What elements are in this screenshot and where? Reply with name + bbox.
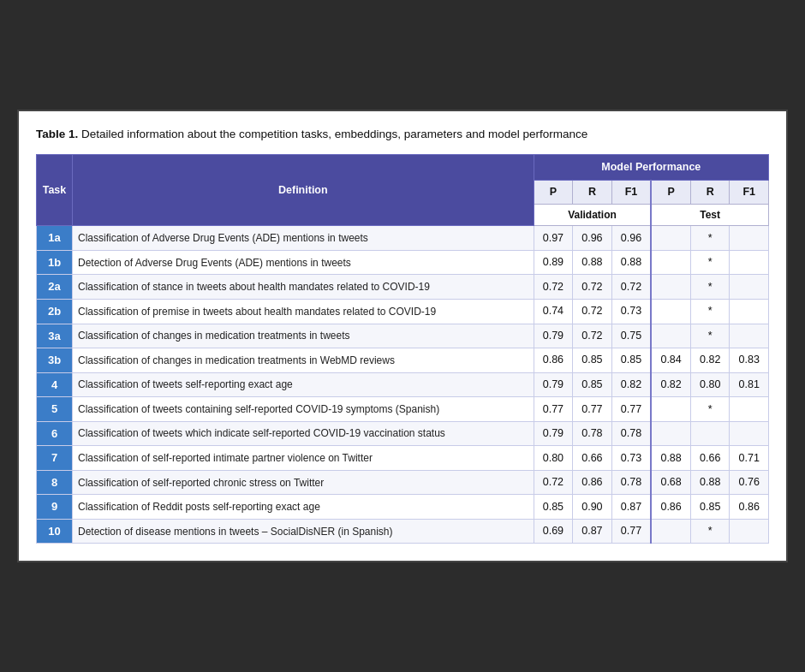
test-f1-cell xyxy=(730,324,769,348)
val-r-cell: 0.85 xyxy=(573,372,612,397)
val-f1-cell: 0.77 xyxy=(611,397,651,422)
definition-cell: Classification of tweets which indicate … xyxy=(73,421,534,446)
definition-cell: Classification of Reddit posts self-repo… xyxy=(73,495,534,520)
test-p-cell xyxy=(651,519,690,544)
test-r-cell: 0.85 xyxy=(690,495,730,520)
task-id-cell: 5 xyxy=(37,397,73,422)
task-id-cell: 3b xyxy=(37,348,73,373)
col-header-f1-2: F1 xyxy=(730,181,769,205)
definition-cell: Classification of premise in tweets abou… xyxy=(73,300,534,324)
test-p-cell xyxy=(651,421,690,446)
definition-cell: Classification of tweets containing self… xyxy=(73,397,534,422)
test-p-cell: 0.88 xyxy=(651,446,690,471)
test-r-cell: * xyxy=(690,519,730,544)
table-row: 2aClassification of stance in tweets abo… xyxy=(37,275,769,300)
test-f1-cell xyxy=(730,519,769,544)
task-id-cell: 7 xyxy=(37,446,73,471)
val-f1-cell: 0.77 xyxy=(611,519,651,544)
col-header-definition: Definition xyxy=(73,155,534,226)
val-p-cell: 0.85 xyxy=(534,495,573,520)
test-f1-cell: 0.83 xyxy=(730,348,769,373)
task-id-cell: 10 xyxy=(37,519,73,544)
test-p-cell xyxy=(651,226,690,251)
val-r-cell: 0.87 xyxy=(573,519,612,544)
test-p-cell: 0.68 xyxy=(651,470,690,495)
val-p-cell: 0.79 xyxy=(534,324,573,348)
val-p-cell: 0.86 xyxy=(534,348,573,373)
val-r-cell: 0.78 xyxy=(573,421,612,446)
test-r-cell: 0.66 xyxy=(690,446,730,471)
table-row: 7Classification of self-reported intimat… xyxy=(37,446,769,471)
val-r-cell: 0.90 xyxy=(573,495,612,520)
test-r-cell: * xyxy=(690,275,730,300)
val-r-cell: 0.66 xyxy=(573,446,612,471)
test-r-cell: 0.88 xyxy=(690,470,730,495)
val-f1-cell: 0.75 xyxy=(611,324,651,348)
col-header-validation: Validation xyxy=(534,205,651,226)
definition-cell: Classification of Adverse Drug Events (A… xyxy=(73,226,534,251)
test-p-cell xyxy=(651,300,690,324)
val-f1-cell: 0.82 xyxy=(611,372,651,397)
definition-cell: Classification of self-reported chronic … xyxy=(73,470,534,495)
test-r-cell: * xyxy=(690,397,730,422)
caption-rest: Detailed information about the competiti… xyxy=(78,128,587,140)
val-r-cell: 0.72 xyxy=(573,324,612,348)
test-r-cell: 0.80 xyxy=(690,372,730,397)
val-f1-cell: 0.78 xyxy=(611,421,651,446)
definition-cell: Classification of tweets self-reporting … xyxy=(73,372,534,397)
task-id-cell: 8 xyxy=(37,470,73,495)
task-id-cell: 6 xyxy=(37,421,73,446)
test-p-cell: 0.86 xyxy=(651,495,690,520)
val-p-cell: 0.72 xyxy=(534,470,573,495)
col-header-p1: P xyxy=(534,181,573,205)
test-f1-cell: 0.76 xyxy=(730,470,769,495)
val-r-cell: 0.86 xyxy=(573,470,612,495)
col-header-f1-1: F1 xyxy=(611,181,651,205)
test-r-cell xyxy=(690,421,730,446)
table-row: 10Detection of disease mentions in tweet… xyxy=(37,519,769,544)
val-p-cell: 0.77 xyxy=(534,397,573,422)
col-header-model-performance: Model Performance xyxy=(534,155,768,181)
main-card: Table 1. Detailed information about the … xyxy=(17,110,788,563)
col-header-r2: R xyxy=(690,181,730,205)
val-f1-cell: 0.73 xyxy=(611,300,651,324)
val-r-cell: 0.77 xyxy=(573,397,612,422)
test-f1-cell xyxy=(730,397,769,422)
definition-cell: Detection of disease mentions in tweets … xyxy=(73,519,534,544)
definition-cell: Classification of changes in medication … xyxy=(73,324,534,348)
definition-cell: Detection of Adverse Drug Events (ADE) m… xyxy=(73,250,534,275)
task-id-cell: 4 xyxy=(37,372,73,397)
val-r-cell: 0.85 xyxy=(573,348,612,373)
val-p-cell: 0.79 xyxy=(534,372,573,397)
val-p-cell: 0.80 xyxy=(534,446,573,471)
test-p-cell xyxy=(651,275,690,300)
test-r-cell: * xyxy=(690,226,730,251)
table-row: 5Classification of tweets containing sel… xyxy=(37,397,769,422)
col-header-p2: P xyxy=(651,181,690,205)
table-row: 3aClassification of changes in medicatio… xyxy=(37,324,769,348)
col-header-r1: R xyxy=(573,181,612,205)
test-f1-cell xyxy=(730,421,769,446)
val-p-cell: 0.97 xyxy=(534,226,573,251)
test-f1-cell: 0.86 xyxy=(730,495,769,520)
test-r-cell: * xyxy=(690,324,730,348)
test-f1-cell xyxy=(730,250,769,275)
table-row: 1aClassification of Adverse Drug Events … xyxy=(37,226,769,251)
test-p-cell: 0.82 xyxy=(651,372,690,397)
table-row: 2bClassification of premise in tweets ab… xyxy=(37,300,769,324)
test-f1-cell: 0.71 xyxy=(730,446,769,471)
test-r-cell: * xyxy=(690,300,730,324)
val-p-cell: 0.89 xyxy=(534,250,573,275)
data-table: Task Definition Model Performance P R F1… xyxy=(36,154,769,544)
definition-cell: Classification of changes in medication … xyxy=(73,348,534,373)
test-r-cell: 0.82 xyxy=(690,348,730,373)
val-f1-cell: 0.73 xyxy=(611,446,651,471)
val-r-cell: 0.72 xyxy=(573,300,612,324)
val-f1-cell: 0.72 xyxy=(611,275,651,300)
definition-cell: Classification of self-reported intimate… xyxy=(73,446,534,471)
test-p-cell xyxy=(651,397,690,422)
val-r-cell: 0.88 xyxy=(573,250,612,275)
val-f1-cell: 0.85 xyxy=(611,348,651,373)
test-f1-cell xyxy=(730,226,769,251)
val-p-cell: 0.72 xyxy=(534,275,573,300)
